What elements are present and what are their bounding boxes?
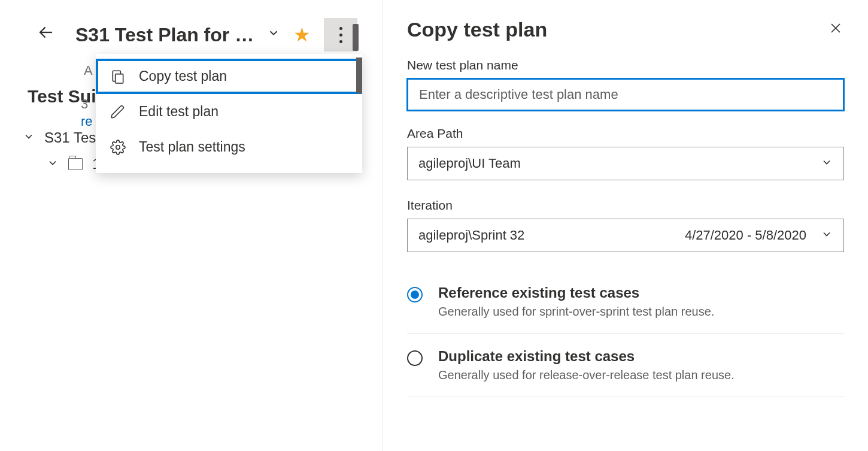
plan-title: S31 Test Plan for … — [75, 24, 254, 46]
menu-item-label: Edit test plan — [139, 104, 218, 120]
radio-row-duplicate[interactable]: Duplicate existing test cases Generally … — [407, 334, 844, 397]
copy-test-plan-panel: Copy test plan New test plan name Area P… — [383, 0, 868, 451]
panel-header: Copy test plan — [407, 18, 844, 41]
radio-description: Generally used for release-over-release … — [438, 368, 735, 382]
area-path-label: Area Path — [407, 126, 844, 141]
radio-description: Generally used for sprint-over-sprint te… — [438, 305, 714, 319]
copy-mode-radio-group: Reference existing test cases Generally … — [407, 270, 844, 397]
more-actions-button[interactable] — [324, 18, 357, 52]
menu-item-edit-test-plan[interactable]: Edit test plan — [96, 94, 362, 129]
plan-dropdown-chevron-icon[interactable] — [267, 26, 280, 43]
iteration-dates: 4/27/2020 - 5/8/2020 — [685, 228, 806, 243]
iteration-value: agileproj\Sprint 32 — [418, 228, 524, 243]
menu-item-test-plan-settings[interactable]: Test plan settings — [96, 129, 362, 165]
chevron-down-icon — [821, 156, 833, 171]
menu-item-label: Copy test plan — [139, 68, 227, 84]
scrollbar-thumb[interactable] — [356, 57, 362, 93]
name-field-label: New test plan name — [407, 58, 844, 72]
svg-rect-0 — [116, 74, 123, 83]
radio-button[interactable] — [407, 350, 423, 366]
radio-button[interactable] — [407, 287, 423, 302]
radio-row-reference[interactable]: Reference existing test cases Generally … — [407, 270, 844, 334]
obscured-text: A — [84, 63, 93, 78]
svg-point-1 — [116, 145, 120, 149]
test-plan-name-input[interactable] — [407, 78, 844, 111]
context-menu: Copy test plan Edit test plan Test plan … — [96, 54, 362, 173]
area-path-dropdown[interactable]: agileproj\UI Team — [407, 147, 844, 180]
chevron-down-icon[interactable] — [23, 131, 35, 146]
radio-title: Reference existing test cases — [438, 284, 714, 301]
menu-item-copy-test-plan[interactable]: Copy test plan — [96, 59, 362, 94]
close-icon[interactable] — [827, 18, 844, 41]
settings-icon — [110, 140, 126, 155]
scrollbar-thumb[interactable] — [353, 24, 359, 51]
favorite-star-icon[interactable]: ★ — [293, 23, 311, 46]
back-arrow-icon[interactable] — [36, 22, 56, 47]
obscured-link[interactable]: re — [81, 114, 93, 129]
chevron-down-icon — [821, 228, 833, 243]
plan-header: S31 Test Plan for … ★ — [6, 0, 383, 57]
area-path-value: agileproj\UI Team — [418, 156, 521, 171]
panel-title: Copy test plan — [407, 18, 547, 41]
radio-title: Duplicate existing test cases — [438, 348, 735, 365]
left-pane: S31 Test Plan for … ★ A 3 re Copy test p… — [0, 0, 383, 451]
chevron-down-icon[interactable] — [47, 157, 59, 172]
iteration-label: Iteration — [407, 198, 844, 213]
menu-item-label: Test plan settings — [139, 139, 245, 155]
edit-icon — [110, 104, 126, 120]
obscured-text: 3 — [81, 96, 88, 112]
copy-icon — [110, 69, 126, 84]
iteration-dropdown[interactable]: agileproj\Sprint 32 4/27/2020 - 5/8/2020 — [407, 219, 844, 252]
folder-icon — [68, 158, 83, 170]
